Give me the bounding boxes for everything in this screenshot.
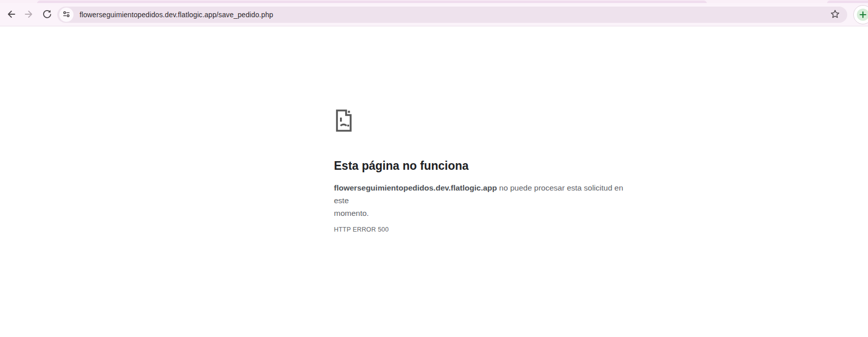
forward-button[interactable] xyxy=(23,9,35,21)
bookmark-button[interactable] xyxy=(829,9,841,21)
tune-icon xyxy=(62,10,70,20)
error-message-line2: momento. xyxy=(334,207,638,219)
error-title: Esta página no funciona xyxy=(334,158,638,173)
green-plus-icon xyxy=(857,9,868,21)
star-icon xyxy=(830,9,840,21)
error-host: flowerseguimientopedidos.dev.flatlogic.a… xyxy=(334,183,497,192)
reload-button[interactable] xyxy=(41,9,53,21)
sad-file-icon xyxy=(334,108,638,135)
url-text: flowerseguimientopedidos.dev.flatlogic.a… xyxy=(80,11,273,19)
browser-window: { "browser": { "url": "flowerseguimiento… xyxy=(0,0,868,337)
back-arrow-icon xyxy=(6,9,16,21)
forward-arrow-icon xyxy=(24,9,34,21)
error-page: Esta página no funciona flowerseguimient… xyxy=(0,27,868,337)
back-button[interactable] xyxy=(5,9,17,21)
error-content: Esta página no funciona flowerseguimient… xyxy=(334,108,638,233)
error-message-line1: flowerseguimientopedidos.dev.flatlogic.a… xyxy=(334,181,638,207)
error-code: HTTP ERROR 500 xyxy=(334,226,638,233)
profile-button[interactable] xyxy=(853,5,868,24)
browser-toolbar: flowerseguimientopedidos.dev.flatlogic.a… xyxy=(0,3,868,26)
reload-icon xyxy=(42,9,52,21)
address-bar[interactable]: flowerseguimientopedidos.dev.flatlogic.a… xyxy=(57,7,847,23)
site-info-button[interactable] xyxy=(59,8,73,22)
error-message: flowerseguimientopedidos.dev.flatlogic.a… xyxy=(334,181,638,219)
